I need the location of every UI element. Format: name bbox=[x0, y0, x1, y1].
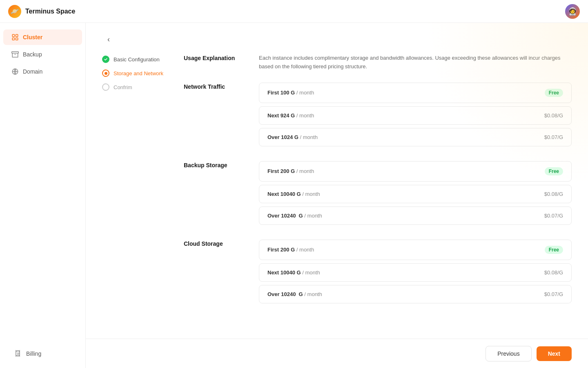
section-usage-label: Usage Explanation bbox=[184, 54, 249, 71]
usage-description: Each instance includes complimentary sto… bbox=[259, 54, 572, 71]
svg-rect-3 bbox=[16, 38, 18, 40]
grid-icon bbox=[11, 34, 19, 41]
next-button[interactable]: Next bbox=[537, 346, 572, 361]
sidebar-item-cluster[interactable]: Cluster bbox=[3, 29, 82, 45]
detail-column: Usage Explanation Each instance includes… bbox=[184, 54, 572, 318]
cloud-tier-1-price: Free bbox=[545, 246, 563, 254]
sidebar-nav: Cluster Backup Domain bbox=[0, 29, 85, 79]
step-confirm-label: Confrim bbox=[114, 84, 132, 90]
backup-tier-3: Over 10240 G / month $0.07/G bbox=[259, 206, 572, 225]
sidebar-item-cluster-label: Cluster bbox=[23, 34, 42, 40]
section-cloud: Cloud Storage First 200 G / month Free N… bbox=[184, 240, 572, 307]
step-storage-label: Storage and Network bbox=[114, 70, 163, 76]
backup-tier-2-price: $0.08/G bbox=[544, 191, 563, 197]
network-tier-3-label: Over 1024 G / month bbox=[267, 134, 318, 140]
cloud-tier-2-label: Next 10040 G / month bbox=[267, 269, 320, 276]
section-usage: Usage Explanation Each instance includes… bbox=[184, 54, 572, 71]
sidebar-item-backup[interactable]: Backup bbox=[3, 47, 82, 62]
section-backup: Backup Storage First 200 G / month Free … bbox=[184, 161, 572, 228]
backup-tier-1-price: Free bbox=[545, 167, 563, 175]
backup-tier-2: Next 10040 G / month $0.08/G bbox=[259, 185, 572, 203]
sidebar-item-billing[interactable]: Billing bbox=[7, 346, 79, 361]
section-cloud-content: First 200 G / month Free Next 10040 G / … bbox=[259, 240, 572, 307]
cloud-tier-3-price: $0.07/G bbox=[544, 291, 563, 297]
app-name: Terminus Space bbox=[25, 8, 75, 15]
section-usage-content: Each instance includes complimentary sto… bbox=[259, 54, 572, 71]
sidebar-item-backup-label: Backup bbox=[23, 51, 42, 58]
cloud-tier-2: Next 10040 G / month $0.08/G bbox=[259, 263, 572, 282]
main-layout: Cluster Backup Domain Billing bbox=[0, 23, 588, 368]
network-tier-2-label: Next 924 G / month bbox=[267, 112, 314, 119]
backup-tier-3-label: Over 10240 G / month bbox=[267, 213, 322, 219]
receipt-icon bbox=[15, 350, 22, 357]
steps-list: Basic Configuration Storage and Network … bbox=[102, 56, 184, 91]
back-button[interactable]: ‹ bbox=[102, 33, 115, 46]
svg-rect-1 bbox=[16, 34, 18, 36]
svg-rect-2 bbox=[12, 38, 14, 40]
sidebar-item-domain-label: Domain bbox=[23, 68, 42, 75]
sidebar: Cluster Backup Domain Billing bbox=[0, 23, 86, 368]
previous-button[interactable]: Previous bbox=[486, 346, 531, 361]
step-basic-label: Basic Configuration bbox=[114, 56, 160, 63]
section-network-label: Network Traffic bbox=[184, 83, 249, 150]
backup-tier-1: First 200 G / month Free bbox=[259, 161, 572, 182]
cloud-tier-3: Over 10240 G / month $0.07/G bbox=[259, 285, 572, 303]
section-backup-label: Backup Storage bbox=[184, 161, 249, 228]
svg-rect-4 bbox=[12, 52, 19, 53]
network-tier-3-price: $0.07/G bbox=[544, 134, 563, 140]
step-confirm: Confrim bbox=[102, 83, 184, 91]
avatar[interactable]: 🧑‍🚀 bbox=[565, 4, 580, 19]
section-network: Network Traffic First 100 G / month Free… bbox=[184, 83, 572, 150]
sidebar-bottom: Billing bbox=[0, 346, 85, 361]
network-tier-1-label: First 100 G / month bbox=[267, 90, 314, 96]
network-tier-2: Next 924 G / month $0.08/G bbox=[259, 106, 572, 125]
step-storage-circle bbox=[102, 70, 109, 77]
section-network-content: First 100 G / month Free Next 924 G / mo… bbox=[259, 83, 572, 150]
step-basic: Basic Configuration bbox=[102, 56, 184, 63]
archive-icon bbox=[11, 51, 19, 58]
steps-column: Basic Configuration Storage and Network … bbox=[102, 54, 184, 318]
cloud-tier-3-label: Over 10240 G / month bbox=[267, 291, 322, 297]
topbar-left: 🪐 Terminus Space bbox=[8, 5, 75, 18]
step-confirm-circle bbox=[102, 83, 109, 91]
content-area: ‹ Basic Configuration bbox=[86, 23, 588, 368]
step-basic-circle bbox=[102, 56, 109, 63]
sidebar-item-billing-label: Billing bbox=[26, 350, 41, 357]
network-tier-2-price: $0.08/G bbox=[544, 112, 563, 119]
svg-rect-0 bbox=[12, 34, 14, 36]
backup-tier-1-label: First 200 G / month bbox=[267, 168, 314, 174]
network-tier-1: First 100 G / month Free bbox=[259, 83, 572, 103]
sidebar-item-domain[interactable]: Domain bbox=[3, 64, 82, 79]
backup-tier-2-label: Next 10040 G / month bbox=[267, 191, 320, 197]
network-tier-3: Over 1024 G / month $0.07/G bbox=[259, 128, 572, 146]
app-logo: 🪐 bbox=[8, 5, 21, 18]
network-tier-1-price: Free bbox=[545, 89, 563, 97]
section-cloud-label: Cloud Storage bbox=[184, 240, 249, 307]
topbar: 🪐 Terminus Space 🧑‍🚀 bbox=[0, 0, 588, 23]
section-backup-content: First 200 G / month Free Next 10040 G / … bbox=[259, 161, 572, 228]
cloud-tier-2-price: $0.08/G bbox=[544, 269, 563, 276]
step-storage: Storage and Network bbox=[102, 70, 184, 77]
content-inner: ‹ Basic Configuration bbox=[86, 23, 588, 339]
page-body: Basic Configuration Storage and Network … bbox=[102, 54, 572, 318]
footer: Previous Next bbox=[86, 339, 588, 368]
cloud-tier-1-label: First 200 G / month bbox=[267, 247, 314, 253]
backup-tier-3-price: $0.07/G bbox=[544, 213, 563, 219]
cloud-tier-1: First 200 G / month Free bbox=[259, 240, 572, 260]
globe-icon bbox=[11, 68, 19, 75]
